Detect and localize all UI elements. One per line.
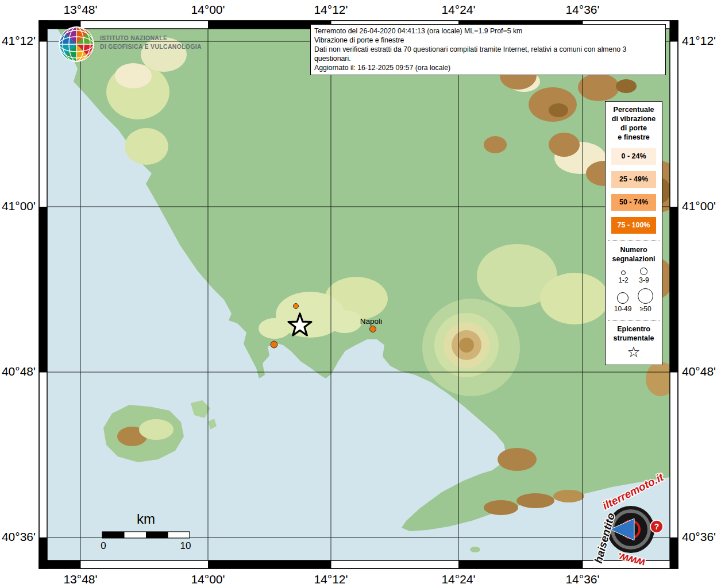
legend-title-line: e finestre	[608, 133, 660, 142]
report-dot	[271, 341, 277, 348]
axis-label-left-2: 40°48'	[0, 365, 36, 378]
count-label: 3-9	[639, 276, 649, 284]
ingv-logo-line1: ISTITUTO NAZIONALE	[100, 34, 202, 42]
island-capri	[470, 547, 480, 552]
ingv-logo-text: ISTITUTO NAZIONALE DI GEOFISICA E VULCAN…	[100, 34, 202, 51]
ingv-logo: ISTITUTO NAZIONALE DI GEOFISICA E VULCAN…	[56, 24, 229, 65]
axis-label-right-2: 40°48'	[682, 365, 721, 378]
axis-label-bottom-4: 14°36'	[551, 572, 614, 586]
legend-counts-title-line: segnalazioni	[608, 254, 660, 264]
legend-count-item: 10-49	[614, 292, 632, 313]
report-dot-napoli	[370, 326, 376, 332]
axis-label-bottom-2: 14°12'	[299, 572, 363, 586]
legend-count-item: ≥50	[638, 288, 653, 313]
legend-title-line: di vibrazione	[608, 114, 660, 123]
legend-class-swatch-1: 25 - 49%	[611, 171, 656, 188]
axis-label-top-3: 14°24'	[427, 3, 490, 17]
legend-separator	[608, 241, 660, 241]
axis-label-right-1: 41°00'	[682, 199, 721, 213]
event-updated-at: Aggiornato il: 16-12-2025 09:57 (ora loc…	[314, 63, 662, 72]
map-canvas	[47, 29, 681, 560]
island-ischia-plain	[139, 419, 173, 440]
ingv-logo-line2: DI GEOFISICA E VULCANOLOGIA	[100, 42, 202, 51]
count-circle-icon	[640, 268, 647, 275]
ingv-globe-icon	[56, 24, 97, 64]
legend-count-item: 1-2	[618, 270, 628, 284]
legend-title-line: di porte	[608, 123, 660, 133]
axis-label-left-0: 41°12'	[0, 34, 36, 48]
axis-label-bottom-0: 13°48'	[49, 572, 112, 586]
scale-bar-unit-label: km	[126, 511, 166, 527]
city-label-napoli: Napoli	[354, 317, 388, 326]
axis-label-bottom-3: 14°24'	[427, 572, 490, 586]
legend-counts-title-line: Numero	[608, 245, 660, 254]
legend-count-row-large: 10-49 ≥50	[608, 288, 660, 313]
event-data-note: Dati non verificati estratti da 70 quest…	[314, 45, 662, 63]
event-effect: Vibrazione di porte e finestre	[314, 36, 662, 45]
scale-bar-start-label: 0	[97, 540, 110, 552]
report-dot	[294, 304, 299, 309]
legend-count-row-small: 1-2 3-9	[608, 268, 660, 284]
count-circle-icon	[621, 270, 626, 275]
hsit-question-mark: ?	[654, 522, 660, 531]
legend-panel: Percentuale di vibrazione di porte e fin…	[605, 101, 662, 365]
count-label: 10-49	[614, 305, 632, 313]
vesuvius-relief	[422, 299, 520, 396]
axis-label-right-0: 41°12'	[682, 34, 721, 48]
axis-label-top-0: 13°48'	[49, 3, 112, 17]
event-headline: Terremoto del 26-04-2020 04:41:13 (ora l…	[314, 26, 662, 36]
event-info-box: Terremoto del 26-04-2020 04:41:13 (ora l…	[310, 24, 666, 75]
axis-label-top-4: 14°36'	[551, 3, 614, 17]
legend-separator	[608, 320, 660, 320]
legend-epicenter-title-line: Epicentro	[608, 324, 660, 334]
count-circle-icon	[617, 292, 629, 304]
scale-bar	[102, 532, 190, 538]
axis-label-right-3: 40°36'	[682, 530, 721, 544]
felt-report-map-page: ? haisentito ilterremoto.it www. 13°48' …	[0, 0, 721, 588]
axis-label-left-1: 41°00'	[0, 199, 36, 213]
count-label: 1-2	[618, 276, 628, 284]
axis-label-top-2: 14°12'	[299, 3, 363, 17]
count-label: ≥50	[640, 305, 651, 313]
scale-bar-end-label: 10	[174, 540, 197, 552]
axis-label-left-3: 40°36'	[0, 530, 36, 544]
legend-epicenter-title-line: strumentale	[608, 334, 660, 343]
legend-count-item: 3-9	[639, 268, 649, 284]
legend-class-swatch-2: 50 - 74%	[611, 194, 656, 211]
legend-class-swatch-0: 0 - 24%	[611, 148, 656, 165]
count-circle-icon	[638, 288, 653, 304]
epicenter-star-icon: ☆	[608, 344, 660, 360]
axis-label-bottom-1: 14°00'	[176, 572, 240, 586]
legend-title-line: Percentuale	[608, 105, 660, 114]
axis-label-top-1: 14°00'	[176, 3, 240, 17]
legend-class-swatch-3: 75 - 100%	[611, 217, 656, 234]
